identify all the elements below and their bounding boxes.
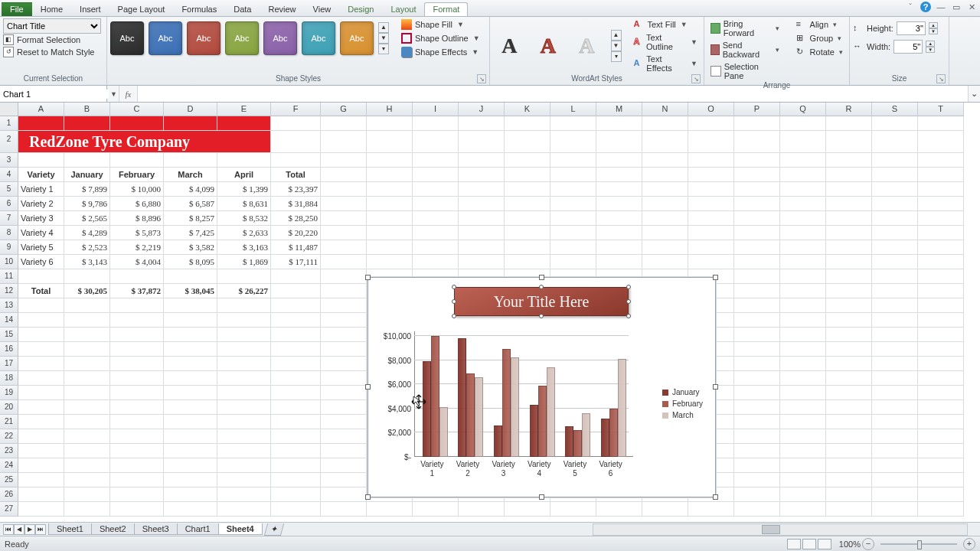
gallery-down-icon[interactable]: ▼ xyxy=(378,33,389,44)
zoom-level[interactable]: 100% xyxy=(839,540,861,549)
text-outline-button[interactable]: AText Outline▼ xyxy=(631,32,701,52)
restore-icon[interactable]: ▭ xyxy=(951,2,962,12)
tab-format[interactable]: Format xyxy=(424,2,468,16)
sheet-next-icon[interactable]: ▶ xyxy=(24,524,35,535)
close-icon[interactable]: ✕ xyxy=(966,2,977,12)
new-sheet-button[interactable]: ✦ xyxy=(264,523,284,536)
align-button[interactable]: ≡Align▾ xyxy=(793,18,846,31)
zoom-in-button[interactable]: + xyxy=(963,538,975,550)
tab-layout[interactable]: Layout xyxy=(382,2,424,16)
spin-up-icon[interactable]: ▲ xyxy=(929,22,938,28)
row-header[interactable]: 21 xyxy=(0,415,18,429)
spin-down-icon[interactable]: ▼ xyxy=(926,47,935,53)
spin-up-icon[interactable]: ▲ xyxy=(926,41,935,47)
format-selection-button[interactable]: ◧Format Selection xyxy=(3,34,103,46)
row-header[interactable]: 18 xyxy=(0,371,18,386)
sheet-tab[interactable]: Sheet1 xyxy=(48,523,92,535)
chart-title[interactable]: Your Title Here xyxy=(454,287,629,316)
view-layout-button[interactable] xyxy=(802,539,816,549)
gallery-up-icon[interactable]: ▲ xyxy=(611,30,622,41)
select-all-corner[interactable] xyxy=(0,103,18,116)
col-header[interactable]: Q xyxy=(780,103,826,116)
tab-file[interactable]: File xyxy=(2,2,32,16)
row-header[interactable]: 11 xyxy=(0,269,18,284)
col-header[interactable]: E xyxy=(217,103,271,116)
row-header[interactable]: 1 xyxy=(0,116,18,131)
namebox-input[interactable] xyxy=(3,90,109,99)
column-headers[interactable]: ABCDEFGHIJKLMNOPQRST xyxy=(18,103,964,116)
col-header[interactable]: I xyxy=(413,103,459,116)
row-header[interactable]: 8 xyxy=(0,226,18,240)
col-header[interactable]: G xyxy=(321,103,367,116)
fx-icon[interactable]: fx xyxy=(119,86,138,102)
col-header[interactable]: S xyxy=(872,103,918,116)
col-header[interactable]: O xyxy=(688,103,734,116)
row-header[interactable]: 23 xyxy=(0,444,18,458)
text-effects-button[interactable]: AText Effects▼ xyxy=(631,54,701,73)
row-header[interactable]: 12 xyxy=(0,284,18,298)
col-header[interactable]: J xyxy=(459,103,505,116)
shape-style-swatch-2[interactable]: Abc xyxy=(187,21,220,55)
row-header[interactable]: 7 xyxy=(0,211,18,226)
col-header[interactable]: R xyxy=(826,103,872,116)
shape-style-swatch-3[interactable]: Abc xyxy=(225,21,259,55)
col-header[interactable]: F xyxy=(271,103,321,116)
height-field[interactable]: ↕Height: ▲▼ xyxy=(853,21,946,35)
row-header[interactable]: 13 xyxy=(0,298,18,313)
row-header[interactable]: 26 xyxy=(0,487,18,502)
row-header[interactable]: 16 xyxy=(0,342,18,357)
row-header[interactable]: 17 xyxy=(0,357,18,371)
help-icon[interactable]: ? xyxy=(920,2,931,12)
formula-expand-icon[interactable]: ⌄ xyxy=(968,86,980,102)
tab-view[interactable]: View xyxy=(305,2,340,16)
bring-forward-button[interactable]: Bring Forward▾ xyxy=(707,18,782,38)
wordart-style-3[interactable]: A xyxy=(570,28,603,64)
name-box[interactable]: ▼ xyxy=(0,86,107,102)
shape-effects-button[interactable]: Shape Effects▼ xyxy=(398,46,483,58)
horizontal-scrollbar[interactable] xyxy=(593,523,968,536)
tab-review[interactable]: Review xyxy=(260,2,304,16)
chart-object[interactable]: Your Title Here $-$2,000$4,000$6,000$8,0… xyxy=(368,277,716,497)
sheet-tab[interactable]: Sheet3 xyxy=(134,523,178,535)
shape-style-swatch-0[interactable]: Abc xyxy=(110,21,144,55)
row-header[interactable]: 19 xyxy=(0,386,18,400)
col-header[interactable]: B xyxy=(64,103,110,116)
tab-home[interactable]: Home xyxy=(32,2,71,16)
row-header[interactable]: 15 xyxy=(0,328,18,342)
height-input[interactable] xyxy=(897,21,926,35)
shape-style-swatch-6[interactable]: Abc xyxy=(340,21,374,55)
zoom-out-button[interactable]: − xyxy=(862,538,874,550)
shape-style-swatch-5[interactable]: Abc xyxy=(302,21,335,55)
row-headers[interactable]: 1234567891011121314151617181920212223242… xyxy=(0,116,18,517)
row-header[interactable]: 25 xyxy=(0,473,18,487)
rotate-button[interactable]: ↻Rotate▾ xyxy=(793,46,846,58)
sheet-last-icon[interactable]: ⏭ xyxy=(35,524,46,535)
row-header[interactable]: 6 xyxy=(0,197,18,211)
col-header[interactable]: H xyxy=(367,103,413,116)
sheet-prev-icon[interactable]: ◀ xyxy=(14,524,24,535)
sheet-tab[interactable]: Chart1 xyxy=(177,523,219,535)
wordart-style-2[interactable]: A xyxy=(532,28,565,64)
width-field[interactable]: ↔Width: ▲▼ xyxy=(853,40,946,54)
tab-insert[interactable]: Insert xyxy=(71,2,109,16)
row-header[interactable]: 3 xyxy=(0,153,18,168)
row-header[interactable]: 10 xyxy=(0,255,18,269)
minimize-icon[interactable]: — xyxy=(936,2,946,12)
shape-style-swatch-1[interactable]: Abc xyxy=(149,21,182,55)
chart-legend[interactable]: JanuaryFebruaryMarch xyxy=(662,385,703,422)
view-normal-button[interactable] xyxy=(787,539,801,549)
tab-data[interactable]: Data xyxy=(225,2,260,16)
row-header[interactable]: 22 xyxy=(0,429,18,444)
row-header[interactable]: 4 xyxy=(0,168,18,182)
sheet-tab[interactable]: Sheet2 xyxy=(91,523,135,535)
chart-plot-area[interactable] xyxy=(414,336,629,457)
minimize-ribbon-icon[interactable]: ˇ xyxy=(905,2,916,12)
gallery-down-icon[interactable]: ▼ xyxy=(611,41,622,51)
col-header[interactable]: K xyxy=(505,103,550,116)
tab-formulas[interactable]: Formulas xyxy=(173,2,225,16)
gallery-more-icon[interactable]: ▾ xyxy=(611,51,622,62)
tab-page-layout[interactable]: Page Layout xyxy=(109,2,174,16)
text-fill-button[interactable]: AText Fill▼ xyxy=(631,18,701,31)
sheet-tab[interactable]: Sheet4 xyxy=(218,523,263,535)
row-header[interactable]: 9 xyxy=(0,240,18,255)
